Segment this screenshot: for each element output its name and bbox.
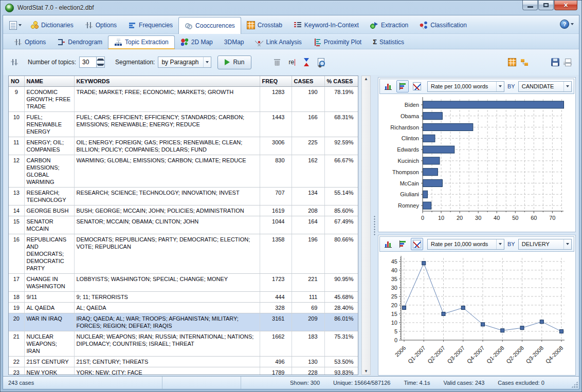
chart-type-vertical-bar-button[interactable] [382,238,394,250]
tab-3d-map[interactable]: 3DMap [219,35,250,49]
print-button[interactable] [563,58,572,66]
stepper-up-icon[interactable] [97,57,104,62]
window-titlebar[interactable]: WordStat 7.0 - election2.dbf × [1,1,581,15]
table-row[interactable]: 2221ST CENTURY21ST; CENTURY; THREATS4961… [9,357,358,367]
table-row[interactable]: 11ENERGY; OIL; COMPANIESOIL; ENERGY; FOR… [9,137,358,155]
column-header-name[interactable]: NAME [24,76,74,87]
panel-splitter[interactable] [371,76,378,375]
app-icon [5,4,14,12]
cell-pct: 45.68% [324,292,358,303]
app-menu-button[interactable] [6,17,25,33]
menu-item-extraction[interactable]: Extraction [365,17,414,33]
line-chart-toolbar: Rate per 10,000 words BY DELIVERY [379,236,574,252]
rename-edit-text[interactable]: re [288,59,295,66]
menu-item-crosstab[interactable]: Crosstab [241,17,288,33]
column-header-freq[interactable]: FREQ [260,76,292,87]
cell-freq: 1443 [260,112,292,137]
chart-type-horizontal-bar-button[interactable] [396,80,409,92]
bar-Biden [423,101,564,108]
column-header-cases[interactable]: CASES [292,76,324,87]
topics-input[interactable]: 30 [79,57,97,68]
chart-type-line-button[interactable] [411,80,423,92]
merge-topics-button[interactable] [302,58,311,66]
tab-link-analysis[interactable]: Link Analysis [249,35,307,49]
menu-item-keyword-in-context[interactable]: Keyword-In-Context [288,17,365,33]
run-button[interactable]: Run [217,55,251,69]
table-row[interactable]: 17CHANGE IN WASHINGTONLOBBYISTS; WASHING… [9,274,358,292]
delete-topic-button[interactable] [273,58,281,66]
cell-pct: 92.59% [324,137,358,155]
table-row[interactable]: 9ECONOMIC GROWTH; FREE TRADETRADE; MARKE… [9,87,358,112]
cell-pct: 66.67% [324,155,358,188]
line-group-select[interactable]: DELIVERY [518,239,572,250]
tab-statistics[interactable]: Σ Statistics [367,35,410,49]
chart-type-vertical-bar-button[interactable] [382,80,394,92]
bar-McCain [423,180,443,187]
close-button[interactable]: × [554,1,577,10]
table-row[interactable]: 12CARBON EMISSIONS; GLOBAL WARMINGWARMIN… [9,155,358,188]
menu-item-options[interactable]: Options [79,17,122,33]
table-row[interactable]: 13RESEARCH; TECHNOLOGYRESEARCH; SCIENCE;… [9,188,358,206]
horizontal-bar-chart-icon [398,82,407,90]
column-header-keywords[interactable]: KEYWORDS [74,76,260,87]
menu-item-cooccurences[interactable]: Cooccurences [178,17,241,34]
cell-freq: 707 [260,188,292,206]
cell-pct: 68.31% [324,112,358,137]
menu-label: Extraction [381,22,408,29]
table-row[interactable]: 16REPUBLICANS AND DEMOCRATS; DEMOCRATIC … [9,234,358,274]
line-chart-icon [413,240,421,248]
line-measure-select[interactable]: Rate per 10,000 words [427,239,504,250]
column-header-no[interactable]: NO [9,76,24,87]
table-vertical-scrollbar[interactable]: ▲ ▼ [361,76,371,375]
line-chart-box: Rate per 10,000 words BY DELIVERY 051015… [378,235,576,376]
tab-proximity-plot[interactable]: Proximity Plot [307,35,367,49]
table-row[interactable]: 15SENATOR MCCAINSENATOR; MCCAIN; OBAMA; … [9,216,358,234]
table-row[interactable]: 189/119; 11; TERRORISTS44411145.68% [9,292,358,303]
menu-item-dictionaries[interactable]: Dictionaries [25,17,79,33]
chart-type-horizontal-bar-button[interactable] [396,238,409,250]
bar-Richardson [423,124,473,131]
save-button[interactable] [551,58,559,66]
tab-options[interactable]: Options [8,35,51,49]
table-row[interactable]: 23NEW YORKYORK; NEW; CITY; FACE178922893… [9,367,358,376]
cell-name: 21ST CENTURY [24,357,74,367]
maximize-button[interactable] [538,1,554,10]
x-tick-label: 50 [512,215,518,221]
topics-stepper[interactable] [97,57,105,68]
table-row[interactable]: 10FUEL; RENEWABLE ENERGYFUEL; CARS; EFFI… [9,112,358,137]
tab-topic-extraction[interactable]: Topic Extraction [108,35,175,49]
x-tick-label: Q4-2007 [466,345,486,365]
table-row[interactable]: 21NUCLEAR WEAPONS; IRANNUCLEAR; WEAPONS;… [9,331,358,357]
column-header-pct-cases[interactable]: % CASES [324,76,358,87]
bar-measure-select[interactable]: Rate per 10,000 words [427,81,504,92]
table-row[interactable]: 14GEORGE BUSHBUSH; GEORGE; MCCAIN; JOHN;… [9,206,358,216]
topic-settings-icon[interactable] [10,58,19,66]
cell-pct: 85.60% [324,206,358,216]
data-marker-Q3-2008 [540,320,543,324]
help-button[interactable]: ? [560,20,574,29]
scroll-down-icon[interactable]: ▼ [364,369,368,374]
bar-chart-box: Rate per 10,000 words BY CANDIDATE Biden… [378,77,576,232]
tab-dendrogram[interactable]: Dendrogram [51,35,108,49]
search-documents-button[interactable] [317,58,325,66]
frequency-matrix-button[interactable] [508,58,516,66]
stepper-down-icon[interactable] [97,62,104,67]
table-row[interactable]: 19AL QAEDAAL; QAEDA3286928.40% [9,303,358,313]
bar-Giuliani [423,191,428,198]
chart-type-line-button[interactable] [411,238,423,250]
cell-name: NUCLEAR WEAPONS; IRAN [24,331,74,357]
export-tree-button[interactable] [520,58,529,66]
segmentation-select[interactable]: by Paragraph [158,57,211,68]
table-row[interactable]: 20WAR IN IRAQIRAQ; QAEDA; AL; WAR; TROOP… [9,313,358,331]
tab-2d-map[interactable]: 2D Map [175,35,219,49]
dictionaries-icon [30,21,39,29]
menu-item-frequencies[interactable]: Frequencies [122,17,178,33]
bar-group-select[interactable]: CANDIDATE [518,81,572,92]
cell-no: 10 [9,112,24,137]
bar-Romney [423,202,431,209]
menu-item-classification[interactable]: Classification [414,17,472,33]
cell-freq: 1723 [260,274,292,292]
minimize-button[interactable] [522,1,538,10]
topics-table-container: NO NAME KEYWORDS FREQ CASES % CASES 9ECO… [8,76,358,375]
scroll-up-icon[interactable]: ▲ [364,77,368,81]
